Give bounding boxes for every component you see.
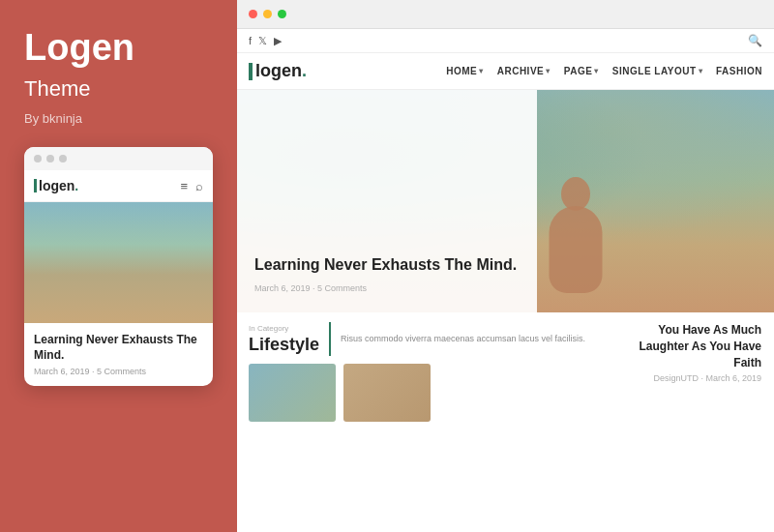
site-logo-bar [249,63,253,80]
category-name[interactable]: Lifestyle [249,335,319,354]
mobile-post-meta: March 6, 2019 · 5 Comments [34,367,203,376]
mobile-post-content: Learning Never Exhausts The Mind. March … [24,323,213,386]
mobile-mockup: logen. ≡ ⌕ Learning Never Exhausts The M… [24,147,213,386]
category-label: In Category [249,324,319,333]
site-logo-dot: . [302,61,307,81]
hero-overlay: Learning Never Exhausts The Mind. March … [237,90,537,312]
site-nav: HOME ▾ ARCHIVE ▾ PAGE ▾ SINGLE LAYOUT ▾ … [446,66,762,76]
small-post-thumb-1[interactable] [249,364,336,422]
right-panel: f 𝕏 ▶ 🔍 logen. HOME ▾ ARCHIVE ▾ PAGE ▾ S… [237,0,774,532]
nav-fashion[interactable]: FASHION [716,66,762,76]
site-logo: logen. [249,61,307,81]
site-header: logen. HOME ▾ ARCHIVE ▾ PAGE ▾ SINGLE LA… [237,53,774,90]
twitter-icon[interactable]: 𝕏 [258,35,267,47]
mobile-nav: logen. ≡ ⌕ [24,170,213,202]
right-post-title[interactable]: You Have As Much Laughter As You Have Fa… [612,322,766,370]
below-left: In Category Lifestyle Risus commodo vive… [237,312,605,532]
mobile-chrome-dots [24,147,213,170]
mobile-logo-bar [34,179,37,192]
youtube-icon[interactable]: ▶ [274,35,282,47]
brand-by: By bkninja [24,111,82,126]
brand-title: Logen Theme [24,29,134,103]
mobile-logo-text: logen [39,178,74,193]
nav-home[interactable]: HOME ▾ [446,66,484,76]
site-main: Learning Never Exhausts The Mind. March … [237,90,774,532]
search-icon[interactable]: ⌕ [195,179,203,193]
nav-archive[interactable]: ARCHIVE ▾ [497,66,551,76]
social-icons: f 𝕏 ▶ [249,35,282,47]
browser-dot-green [278,10,286,18]
below-right: You Have As Much Laughter As You Have Fa… [605,312,774,532]
browser-dot-red [249,10,257,18]
search-icon-top[interactable]: 🔍 [748,34,762,47]
website-content: f 𝕏 ▶ 🔍 logen. HOME ▾ ARCHIVE ▾ PAGE ▾ S… [237,29,774,532]
nav-page[interactable]: PAGE ▾ [564,66,599,76]
mobile-dot-2 [46,155,54,163]
mobile-logo: logen. [34,178,78,193]
hero-post-title[interactable]: Learning Never Exhausts The Mind. [254,255,520,276]
mobile-hero-scene [24,202,213,323]
right-post-meta: DesignUTD · March 6, 2019 [612,373,766,383]
browser-chrome [237,0,774,29]
hero-person [532,158,619,312]
site-logo-text: logen [255,61,302,81]
category-section: In Category Lifestyle Risus commodo vive… [249,322,593,356]
left-panel: Logen Theme By bkninja logen. ≡ ⌕ [0,0,237,532]
mobile-logo-dot: . [74,178,78,193]
facebook-icon[interactable]: f [249,35,252,46]
category-desc: Risus commodo viverra maecenas accumsan … [341,333,585,346]
mobile-hero-image [24,202,213,323]
hero-person-body [550,206,603,293]
site-topbar: f 𝕏 ▶ 🔍 [237,29,774,53]
category-divider [329,322,331,356]
mobile-nav-icons[interactable]: ≡ ⌕ [180,179,203,193]
small-post-thumb-2[interactable] [343,364,431,422]
browser-dot-yellow [263,10,272,18]
below-hero: In Category Lifestyle Risus commodo vive… [237,312,774,532]
category-info: In Category Lifestyle [249,324,319,355]
hamburger-icon[interactable]: ≡ [180,179,188,193]
nav-single-layout[interactable]: SINGLE LAYOUT ▾ [612,66,702,76]
mobile-post-title: Learning Never Exhausts The Mind. [34,333,203,363]
hero-post-meta: March 6, 2019 · 5 Comments [254,283,520,293]
mobile-dot-3 [59,155,67,163]
small-posts-row [249,364,593,422]
mobile-dot-1 [34,155,42,163]
